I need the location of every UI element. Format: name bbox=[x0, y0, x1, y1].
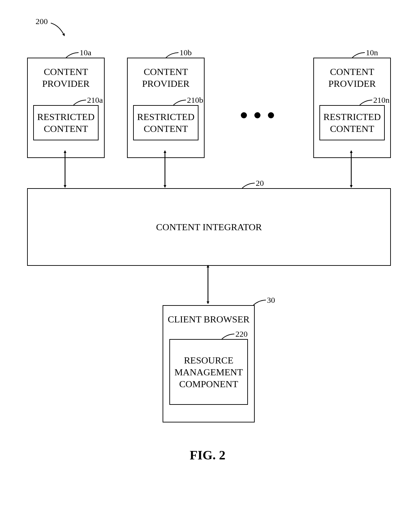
svg-point-6 bbox=[268, 112, 274, 118]
ref-20: 20 bbox=[256, 179, 264, 188]
ref-10a: 10a bbox=[80, 48, 91, 57]
client-browser-label: CLIENT BROWSER bbox=[168, 313, 249, 325]
svg-point-4 bbox=[241, 112, 247, 118]
resource-management-component-label: RESOURCE MANAGEMENT COMPONENT bbox=[174, 354, 243, 390]
ref-10n: 10n bbox=[366, 48, 378, 57]
restricted-content-a-label: RESTRICTED CONTENT bbox=[37, 111, 95, 135]
restricted-content-a: RESTRICTED CONTENT bbox=[33, 105, 99, 140]
restricted-content-b-label: RESTRICTED CONTENT bbox=[137, 111, 195, 135]
ref-10b: 10b bbox=[180, 48, 192, 57]
ref-210a: 210a bbox=[87, 96, 103, 105]
content-provider-b-label: CONTENT PROVIDER bbox=[142, 66, 189, 90]
ref-210b: 210b bbox=[187, 96, 203, 105]
ref-210n: 210n bbox=[373, 96, 390, 105]
restricted-content-n: RESTRICTED CONTENT bbox=[319, 105, 385, 140]
content-provider-a-label: CONTENT PROVIDER bbox=[42, 66, 89, 90]
restricted-content-b: RESTRICTED CONTENT bbox=[133, 105, 198, 140]
content-provider-n-label: CONTENT PROVIDER bbox=[328, 66, 376, 90]
content-integrator-label: CONTENT INTEGRATOR bbox=[156, 221, 262, 233]
ref-30: 30 bbox=[267, 296, 275, 305]
restricted-content-n-label: RESTRICTED CONTENT bbox=[323, 111, 381, 135]
svg-point-5 bbox=[254, 112, 260, 118]
ref-220: 220 bbox=[235, 330, 248, 339]
resource-management-component: RESOURCE MANAGEMENT COMPONENT bbox=[169, 339, 248, 405]
content-integrator: CONTENT INTEGRATOR bbox=[27, 188, 391, 266]
figure-label: FIG. 2 bbox=[190, 448, 226, 462]
